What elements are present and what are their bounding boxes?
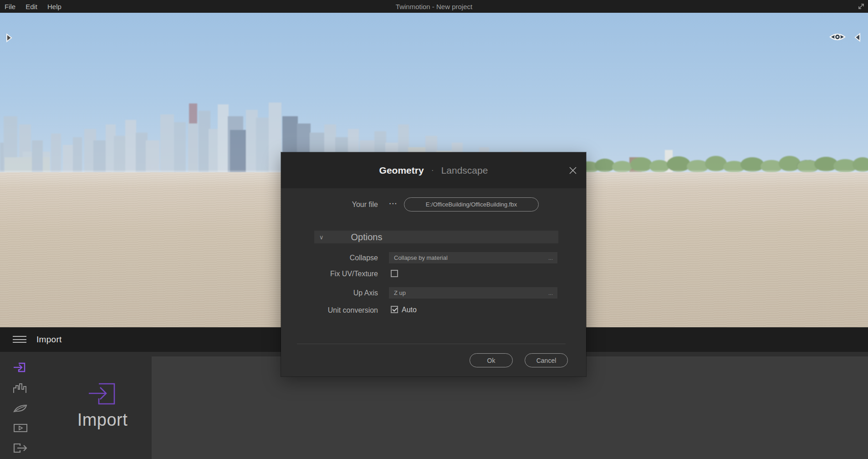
titlebar: Twinmotion - New project File Edit Help xyxy=(0,0,868,13)
sidebar-item-import[interactable] xyxy=(13,361,28,374)
import-big-icon xyxy=(88,382,117,406)
unit-conversion-auto-label: Auto xyxy=(402,306,417,314)
eye-icon[interactable] xyxy=(829,31,846,45)
collapse-left-icon[interactable] xyxy=(853,32,861,44)
close-icon[interactable] xyxy=(568,165,578,175)
window-title: Twinmotion - New project xyxy=(0,0,868,13)
cancel-button[interactable]: Cancel xyxy=(525,353,568,367)
sidebar-item-export[interactable] xyxy=(13,442,28,454)
collapse-label: Collapse xyxy=(281,254,378,262)
file-path-field[interactable]: E:/OfficeBuilding/OfficeBuilding.fbx xyxy=(404,197,539,211)
dialog-divider xyxy=(297,344,566,344)
expand-diagonal-icon[interactable] xyxy=(857,2,865,10)
import-big-label: Import xyxy=(73,410,132,430)
fix-uv-label: Fix UV/Texture xyxy=(281,270,378,278)
menubar: File Edit Help xyxy=(5,0,61,13)
up-axis-label: Up Axis xyxy=(281,289,378,297)
browse-file-button[interactable]: ••• xyxy=(389,201,400,206)
sidebar-item-media[interactable] xyxy=(13,422,28,434)
sidebar-item-urban[interactable] xyxy=(13,382,28,395)
ok-button[interactable]: Ok xyxy=(470,353,513,367)
unit-conversion-label: Unit conversion xyxy=(281,306,378,315)
tab-geometry[interactable]: Geometry xyxy=(379,165,424,176)
unit-conversion-checkbox[interactable] xyxy=(391,306,398,313)
menu-edit[interactable]: Edit xyxy=(26,3,37,10)
import-settings-dialog: Geometry · Landscape Your file ••• E:/Of… xyxy=(281,152,586,376)
up-axis-value: Z up xyxy=(394,289,406,296)
menu-help[interactable]: Help xyxy=(47,3,61,10)
dialog-header: Geometry · Landscape xyxy=(281,152,586,188)
tab-landscape[interactable]: Landscape xyxy=(441,165,488,176)
play-icon[interactable] xyxy=(5,33,13,45)
sidebar-item-vegetation[interactable] xyxy=(13,402,28,415)
up-axis-more: ... xyxy=(548,290,553,296)
collapse-value: Collapse by material xyxy=(394,254,448,261)
import-dropzone[interactable]: Import xyxy=(73,382,132,430)
tab-separator: · xyxy=(431,165,434,175)
treeline xyxy=(583,148,868,172)
options-title: Options xyxy=(351,232,383,242)
menu-file[interactable]: File xyxy=(5,3,15,10)
collapse-dropdown[interactable]: Collapse by material ... xyxy=(389,252,557,263)
hamburger-menu-icon[interactable] xyxy=(13,336,26,343)
your-file-label: Your file xyxy=(281,201,378,209)
up-axis-dropdown[interactable]: Z up ... xyxy=(389,287,557,299)
fix-uv-checkbox[interactable] xyxy=(391,270,398,277)
twinmotion-window: Twinmotion - New project File Edit Help xyxy=(0,0,868,459)
chevron-down-icon: ∨ xyxy=(319,234,324,241)
dock-title: Import xyxy=(36,327,62,352)
options-section-header[interactable]: ∨ Options xyxy=(314,231,558,243)
collapse-more: ... xyxy=(548,255,553,261)
